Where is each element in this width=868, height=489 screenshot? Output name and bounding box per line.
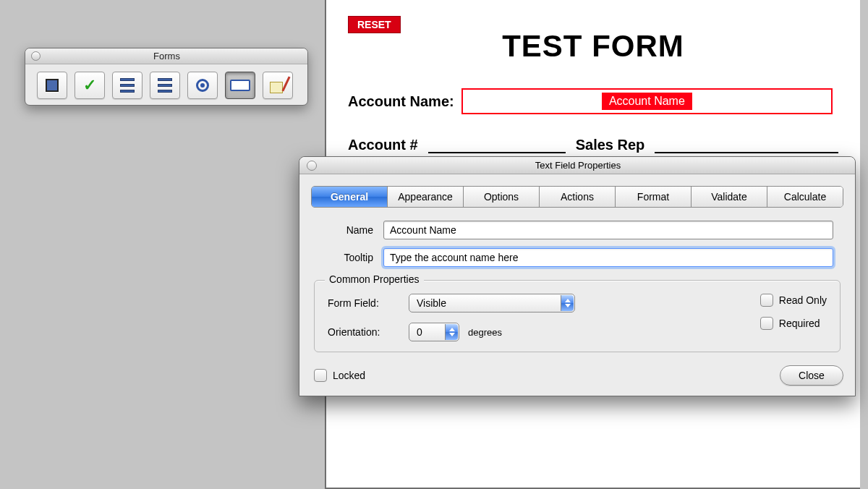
signature-icon	[270, 77, 286, 93]
forms-toolbar-title: Forms	[41, 51, 293, 61]
textfield-tool[interactable]	[225, 72, 255, 99]
dialog-body: General Appearance Options Actions Forma…	[299, 174, 855, 352]
selected-field-badge: Account Name	[602, 93, 692, 110]
account-number-label: Account #	[348, 137, 418, 153]
tab-format[interactable]: Format	[616, 187, 692, 207]
orientation-unit: degrees	[468, 327, 502, 338]
dialog-title: Text Field Properties	[317, 160, 839, 171]
required-row[interactable]: Required	[760, 317, 827, 330]
textfield-icon	[230, 80, 250, 91]
locked-row[interactable]: Locked	[314, 369, 365, 382]
locked-label: Locked	[333, 370, 365, 381]
chevron-updown-icon	[445, 324, 458, 340]
close-icon[interactable]	[31, 51, 41, 61]
listbox-tool[interactable]	[150, 72, 180, 99]
account-number-row: Account # Sales Rep	[348, 136, 838, 153]
account-name-label: Account Name:	[348, 93, 454, 110]
name-label: Name	[321, 224, 373, 236]
tab-options[interactable]: Options	[464, 187, 540, 207]
readonly-row[interactable]: Read Only	[760, 294, 827, 307]
tooltip-input[interactable]	[383, 248, 833, 267]
sales-rep-label: Sales Rep	[576, 137, 645, 153]
common-properties-title: Common Properties	[325, 273, 424, 285]
sales-rep-field[interactable]	[655, 136, 838, 153]
tooltip-field-row: Tooltip	[321, 248, 833, 267]
readonly-checkbox[interactable]	[760, 294, 773, 307]
form-field-select[interactable]: Visible	[409, 294, 575, 312]
radiobutton-tool[interactable]	[187, 72, 218, 99]
signature-tool[interactable]	[263, 72, 293, 99]
text-field-properties-dialog[interactable]: Text Field Properties General Appearance…	[299, 156, 856, 396]
required-checkbox[interactable]	[760, 317, 773, 330]
radio-icon	[196, 79, 209, 92]
locked-checkbox[interactable]	[314, 369, 327, 382]
form-field-value: Visible	[417, 297, 446, 309]
close-icon[interactable]	[307, 161, 317, 171]
dialog-tabs: General Appearance Options Actions Forma…	[311, 186, 843, 208]
account-name-row: Account Name: Account Name	[348, 88, 838, 114]
chevron-updown-icon	[561, 295, 574, 311]
account-name-field[interactable]: Account Name	[461, 88, 833, 114]
orientation-select[interactable]: 0	[409, 323, 459, 341]
dialog-footer: Locked Close	[299, 360, 855, 396]
button-icon	[46, 79, 59, 92]
tab-calculate[interactable]: Calculate	[767, 187, 843, 207]
orientation-label: Orientation:	[328, 326, 400, 338]
form-field-label: Form Field:	[328, 297, 400, 309]
tab-actions[interactable]: Actions	[540, 187, 616, 207]
check-icon: ✓	[83, 77, 96, 93]
tab-appearance[interactable]: Appearance	[388, 187, 464, 207]
account-number-field[interactable]	[428, 136, 566, 153]
tab-general[interactable]: General	[312, 187, 388, 207]
reset-button[interactable]: RESET	[348, 16, 401, 33]
forms-toolbar-titlebar[interactable]: Forms	[25, 48, 307, 64]
forms-toolbar-body: ✓	[25, 64, 307, 99]
name-input[interactable]	[383, 221, 833, 239]
combobox-tool[interactable]	[112, 72, 142, 99]
orientation-value: 0	[417, 326, 422, 338]
readonly-label: Read Only	[779, 294, 827, 306]
page-title: TEST FORM	[348, 29, 838, 64]
combobox-icon	[120, 78, 135, 93]
button-tool[interactable]	[37, 72, 67, 99]
dialog-titlebar[interactable]: Text Field Properties	[299, 157, 855, 174]
tab-validate[interactable]: Validate	[692, 187, 767, 207]
name-field-row: Name	[321, 221, 833, 239]
forms-toolbar[interactable]: Forms ✓	[25, 48, 308, 106]
checkbox-tool[interactable]: ✓	[75, 72, 105, 99]
required-label: Required	[779, 318, 820, 329]
common-properties-group: Common Properties Form Field: Visible Or…	[314, 280, 841, 352]
listbox-icon	[158, 78, 172, 93]
close-button[interactable]: Close	[780, 365, 843, 386]
tooltip-label: Tooltip	[321, 252, 373, 263]
